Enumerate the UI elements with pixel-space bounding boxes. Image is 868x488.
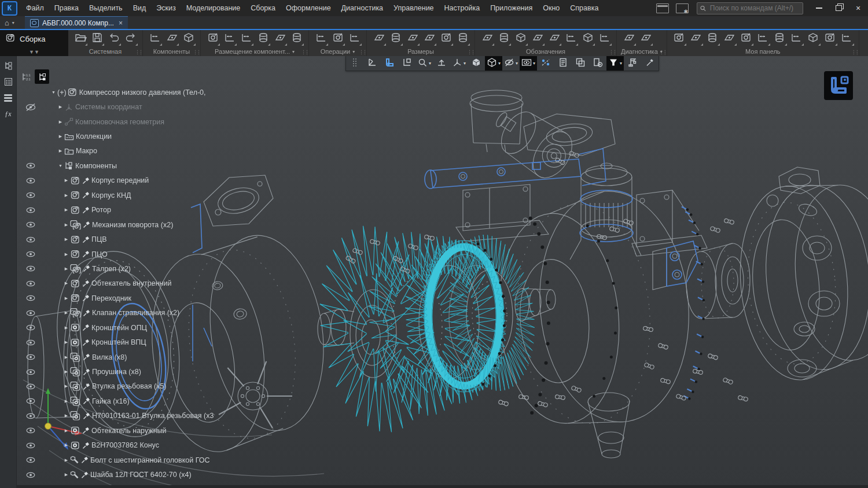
panel-grip-button[interactable] xyxy=(346,56,363,71)
rotate-view-button[interactable] xyxy=(381,56,398,71)
visibility-eye-icon[interactable] xyxy=(16,472,45,478)
expand-collapse-arrow[interactable]: ▶ xyxy=(62,413,70,418)
menu-item-7[interactable]: Сборка xyxy=(245,0,281,16)
expand-collapse-arrow[interactable]: ▶ xyxy=(62,355,70,360)
menu-item-6[interactable]: Моделирование xyxy=(181,0,246,16)
group-drag-grip[interactable]: ⋮⋮ xyxy=(301,49,308,55)
center-mark-button[interactable] xyxy=(597,31,612,46)
visibility-eye-icon[interactable] xyxy=(16,192,45,198)
copy-properties-button[interactable] xyxy=(822,31,838,46)
expand-collapse-arrow[interactable]: ▶ xyxy=(62,223,70,227)
visibility-eye-icon[interactable] xyxy=(16,265,45,272)
tree-row-6[interactable]: ▼Компоненты xyxy=(16,158,207,173)
visibility-eye-icon[interactable] xyxy=(16,383,45,390)
tree-row-7[interactable]: ▶Корпус передний xyxy=(16,173,207,188)
document-tab[interactable]: АБВГ.000.000 Компр... × xyxy=(25,16,128,29)
group-drag-grip[interactable]: ⋮⋮ xyxy=(609,49,616,55)
angular-dimension-button[interactable] xyxy=(404,31,420,46)
tree-row-19[interactable]: ▶Вилка (x8) xyxy=(16,350,207,364)
expand-collapse-arrow[interactable]: ▶ xyxy=(62,326,70,330)
expand-collapse-arrow[interactable]: ▶ xyxy=(62,340,70,345)
tolerance-frame-button[interactable] xyxy=(580,31,595,46)
menu-item-1[interactable]: Файл xyxy=(21,0,49,16)
visibility-eye-icon[interactable] xyxy=(16,339,45,346)
menu-item-9[interactable]: Диагностика xyxy=(336,0,388,16)
menu-panel-button[interactable] xyxy=(2,91,14,104)
linear-dimension-button[interactable] xyxy=(388,31,403,46)
create-component-button[interactable] xyxy=(164,31,179,46)
arc-dimension-button[interactable] xyxy=(455,31,470,46)
check-collisions-button[interactable] xyxy=(638,31,653,46)
tree-row-1[interactable]: ▼(+)Компрессор низкого давления (Тел-0, xyxy=(16,85,207,99)
chevron-down-icon[interactable]: ▾ xyxy=(464,61,466,66)
menu-item-3[interactable]: Выделить xyxy=(84,0,128,16)
group-drag-grip[interactable]: ⋮⋮ xyxy=(193,49,200,55)
close-button[interactable]: × xyxy=(848,0,868,16)
wireframe-display-button[interactable]: ▾ xyxy=(485,56,502,71)
variables-panel-button[interactable]: ƒx xyxy=(2,108,14,120)
visibility-eye-icon[interactable] xyxy=(16,207,45,213)
points-array-button[interactable] xyxy=(722,31,737,46)
tree-row-5[interactable]: ▶aМакро xyxy=(16,144,207,158)
coordinate-triad-button[interactable]: ▾ xyxy=(450,56,468,71)
expand-collapse-arrow-open[interactable]: ▼ xyxy=(50,90,57,94)
expand-collapse-arrow[interactable]: ▶ xyxy=(62,399,70,404)
visibility-eye-icon[interactable] xyxy=(16,162,45,169)
restore-button[interactable] xyxy=(829,0,848,16)
tree-row-24[interactable]: ▶Обтекатель наружный xyxy=(16,423,207,438)
rotate-component-button[interactable] xyxy=(738,31,754,46)
expand-collapse-arrow[interactable]: ▶ xyxy=(62,267,70,271)
expand-collapse-arrow[interactable]: ▶ xyxy=(57,105,64,109)
point-button[interactable] xyxy=(671,31,687,46)
structure-button[interactable] xyxy=(624,56,641,71)
visibility-eye-icon[interactable] xyxy=(16,221,45,228)
hide-scope-button[interactable]: ▾ xyxy=(520,56,537,71)
chevron-down-icon[interactable]: ▾ xyxy=(620,61,622,66)
minimize-button[interactable] xyxy=(809,0,829,16)
menu-item-12[interactable]: Приложения xyxy=(485,0,538,16)
tree-row-9[interactable]: ▶Ротор xyxy=(16,203,207,217)
measure-distance-button[interactable] xyxy=(621,31,637,46)
tree-row-10[interactable]: ▶Механизм поворота (x2) xyxy=(16,217,207,232)
visibility-eye-icon[interactable] xyxy=(16,413,45,419)
menu-item-8[interactable]: Оформление xyxy=(281,0,336,16)
report-button[interactable] xyxy=(839,31,855,46)
expand-collapse-arrow[interactable]: ▶ xyxy=(62,296,70,301)
home-tab-button[interactable]: ⌂ ▾ xyxy=(0,16,17,29)
chevron-down-icon[interactable]: ▾ xyxy=(533,61,535,66)
tree-row-4[interactable]: ▶Коллекции xyxy=(16,129,207,143)
expand-collapse-arrow[interactable]: ▶ xyxy=(57,134,64,139)
mate-tangent-button[interactable] xyxy=(289,31,304,46)
mate-parallel-button[interactable] xyxy=(222,31,237,46)
tree-row-8[interactable]: ▶Корпус КНД xyxy=(16,188,207,202)
shaded-display-button[interactable] xyxy=(468,56,485,71)
open-document-button[interactable] xyxy=(72,31,88,46)
mate-perpendicular-button[interactable] xyxy=(238,31,254,46)
visibility-eye-icon[interactable] xyxy=(16,457,45,463)
expand-collapse-arrow[interactable]: ▶ xyxy=(62,369,70,374)
visibility-eye-icon[interactable] xyxy=(16,280,45,287)
chevron-down-icon[interactable]: ▾ xyxy=(352,49,355,54)
visibility-eye-icon[interactable] xyxy=(16,236,45,243)
mate-angle-button[interactable] xyxy=(272,31,288,46)
datum-mark-button[interactable] xyxy=(496,31,512,46)
doc-stamp-button[interactable] xyxy=(589,56,606,71)
roughness-mark-button[interactable] xyxy=(479,31,495,46)
chevron-down-icon[interactable]: ▾ xyxy=(516,61,518,66)
tree-row-23[interactable]: ▶Н70010163-01 Втулка резьбовая (x3 xyxy=(16,409,207,423)
tree-row-13[interactable]: ▶Талреп (x2) xyxy=(16,261,207,276)
add-component-from-file-button[interactable] xyxy=(147,31,163,46)
tree-row-3[interactable]: ▶Компоновочная геометрия xyxy=(16,114,207,129)
diameter-dimension-button[interactable] xyxy=(438,31,454,46)
menu-item-14[interactable]: Справка xyxy=(565,0,604,16)
tree-row-27[interactable]: ▶Шайба 12Л ГОСТ 6402-70 (x4) xyxy=(16,467,207,482)
tab-close-icon[interactable]: × xyxy=(119,19,123,27)
expand-collapse-arrow-open[interactable]: ▼ xyxy=(57,164,64,168)
expand-collapse-arrow[interactable]: ▶ xyxy=(62,208,70,212)
hide-objects-button[interactable]: ▾ xyxy=(502,56,520,71)
leader-line-button[interactable] xyxy=(513,31,528,46)
tree-row-16[interactable]: ▶Клапан стравливания (x2) xyxy=(16,306,207,320)
chevron-down-icon[interactable]: ▾ xyxy=(429,61,431,66)
pattern-operation-button[interactable] xyxy=(347,31,362,46)
move-component-button[interactable] xyxy=(755,31,771,46)
